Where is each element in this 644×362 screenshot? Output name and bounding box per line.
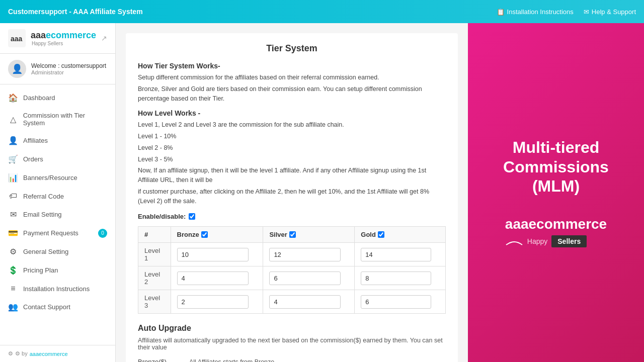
table-row: Level 2 xyxy=(138,266,446,290)
pricing-label: Pricing Plan xyxy=(23,266,58,274)
col-gold: Gold xyxy=(355,227,446,243)
bronze-checkbox[interactable] xyxy=(201,231,208,238)
level-desc6: if customer purchase, after clicking on … xyxy=(138,187,446,206)
footer-link[interactable]: aaaecommerce xyxy=(30,351,68,357)
general-label: General Setting xyxy=(23,248,68,255)
avatar: 👤 xyxy=(8,60,26,78)
home-icon: 🏠 xyxy=(8,93,18,103)
content-area: Tier System How Tier System Works- Setup… xyxy=(116,23,644,362)
user-welcome: Welcome : customersupport xyxy=(31,62,106,69)
external-link-icon[interactable]: ↗ xyxy=(101,34,107,42)
silver-input-0[interactable] xyxy=(269,248,340,261)
gold-input-2[interactable] xyxy=(361,295,431,309)
sidebar-item-commission[interactable]: △ Commission with Tier System xyxy=(0,107,115,131)
clipboard-icon: 📋 xyxy=(497,8,505,16)
level-desc1: Level 1, Level 2 and Level 3 are the com… xyxy=(138,120,446,130)
user-info: 👤 Welcome : customersupport Administrato… xyxy=(0,54,115,84)
level-desc5: Now, If an affiliate signup, then it wil… xyxy=(138,166,446,185)
bronze-cell xyxy=(171,290,263,314)
banners-icon: 📊 xyxy=(8,173,18,183)
pricing-icon: 💲 xyxy=(8,265,18,275)
sidebar-item-dashboard[interactable]: 🏠 Dashboard xyxy=(0,88,115,107)
gold-cell xyxy=(355,266,446,290)
card-title: Tier System xyxy=(138,43,446,54)
sidebar-item-orders[interactable]: 🛒 Orders xyxy=(0,150,115,168)
installation-link-label: Installation Instructions xyxy=(507,8,574,16)
silver-input-2[interactable] xyxy=(269,295,340,309)
affiliates-label: Affiliates xyxy=(23,137,48,144)
content-card: Tier System How Tier System Works- Setup… xyxy=(126,33,458,362)
promo-title: Multi-tieredCommissions (MLM) xyxy=(478,138,634,196)
bronze-input-2[interactable] xyxy=(177,295,249,309)
level-desc3: Level 2 - 8% xyxy=(138,143,446,153)
level-desc4: Level 3 - 5% xyxy=(138,155,446,164)
silver-checkbox[interactable] xyxy=(289,231,296,238)
bronze-input-1[interactable] xyxy=(177,272,249,285)
help-link-label: Help & Support xyxy=(592,8,636,16)
sidebar-item-banners[interactable]: 📊 Banners/Resource xyxy=(0,168,115,187)
level-heading: How Level Works - xyxy=(138,109,446,117)
tier-desc1: Setup different commission for the affil… xyxy=(138,73,446,82)
payments-label: Payment Requests xyxy=(23,229,78,237)
level-desc2: Level 1 - 10% xyxy=(138,132,446,141)
gold-input-0[interactable] xyxy=(361,248,431,261)
commission-label: Commission with Tier System xyxy=(23,112,107,127)
enable-checkbox[interactable] xyxy=(189,213,195,220)
logo-aaa: aaa xyxy=(31,30,46,40)
sidebar-logo: aaa aaaecommerce Happy Sellers ↗ xyxy=(0,23,115,54)
sidebar-item-affiliates[interactable]: 👤 Affiliates xyxy=(0,131,115,150)
help-support-link[interactable]: ✉ Help & Support xyxy=(584,8,636,16)
table-row: Level 3 xyxy=(138,290,446,314)
sidebar-item-contact[interactable]: 👥 Contact Support xyxy=(0,298,115,316)
bronze-cell xyxy=(171,243,263,266)
silver-cell xyxy=(263,290,355,314)
col-silver: Silver xyxy=(263,227,355,243)
referral-label: Referral Code xyxy=(23,193,64,200)
enable-label: Enable/disable: xyxy=(138,213,186,220)
promo-ecommerce: ecommerce xyxy=(529,216,607,232)
smile-icon xyxy=(505,237,523,246)
promo-logo-text: aaaecommerce xyxy=(505,216,607,232)
footer-prefix: ⚙ by xyxy=(15,350,28,357)
nav-items: 🏠 Dashboard △ Commission with Tier Syste… xyxy=(0,84,115,345)
bronze-note: All Affiliates starts from Bronze. xyxy=(189,358,276,362)
enable-row: Enable/disable: xyxy=(138,213,446,220)
contact-icon: 👥 xyxy=(8,302,18,312)
promo-logo: aaaecommerce Happy Sellers xyxy=(505,216,607,247)
settings-icon: ⚙ xyxy=(8,247,18,256)
auto-upgrade-desc: Affiliates will automatically upgraded t… xyxy=(138,337,446,351)
gold-cell xyxy=(355,243,446,266)
sidebar-item-referral[interactable]: 🏷 Referral Code xyxy=(0,187,115,205)
logo-icon: aaa xyxy=(8,29,26,47)
installation-instructions-link[interactable]: 📋 Installation Instructions xyxy=(497,8,574,16)
sidebar-item-installation[interactable]: ≡ Installation Instructions xyxy=(0,280,115,298)
gear-icon-footer: ⚙ xyxy=(8,350,13,357)
level-cell: Level 2 xyxy=(138,266,171,290)
sidebar-item-email[interactable]: ✉ Email Setting xyxy=(0,205,115,224)
sidebar-item-pricing[interactable]: 💲 Pricing Plan xyxy=(0,261,115,280)
bronze-input-0[interactable] xyxy=(177,248,249,261)
tier-heading: How Tier System Works- xyxy=(138,62,446,70)
orders-label: Orders xyxy=(23,155,43,163)
gold-input-1[interactable] xyxy=(361,272,431,285)
sidebar-item-payments[interactable]: 💳 Payment Requests 0 xyxy=(0,224,115,242)
bronze-cell xyxy=(171,266,263,290)
promo-aaa: aaa xyxy=(505,216,529,232)
upgrade-row-bronze: Bronze($) All Affiliates starts from Bro… xyxy=(138,358,446,362)
gold-checkbox[interactable] xyxy=(378,231,384,238)
dashboard-label: Dashboard xyxy=(23,94,55,102)
payments-icon: 💳 xyxy=(8,228,18,238)
email-label: Email Setting xyxy=(23,211,62,218)
sidebar-item-general[interactable]: ⚙ General Setting xyxy=(0,242,115,261)
installation-label: Installation Instructions xyxy=(23,285,90,293)
contact-label: Contact Support xyxy=(23,303,70,311)
table-row: Level 1 xyxy=(138,243,446,266)
banners-label: Banners/Resource xyxy=(23,174,77,182)
gold-cell xyxy=(355,290,446,314)
silver-input-1[interactable] xyxy=(269,272,340,285)
orders-icon: 🛒 xyxy=(8,154,18,164)
top-navbar: Customersupport - AAA Affiliate System 📋… xyxy=(0,0,644,23)
mail-icon: ✉ xyxy=(584,8,589,16)
user-role: Administrator xyxy=(31,69,106,75)
main-content: Tier System How Tier System Works- Setup… xyxy=(116,23,468,362)
